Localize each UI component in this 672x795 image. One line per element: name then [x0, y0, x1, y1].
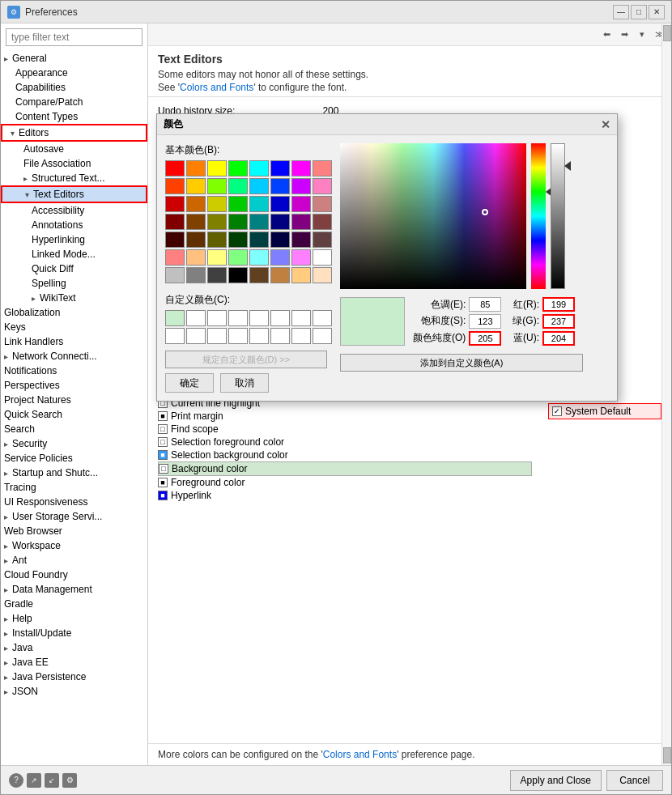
basic-color-swatch[interactable]	[186, 160, 206, 176]
export-icon[interactable]: ↗	[27, 773, 41, 788]
sidebar-item-spelling[interactable]: Spelling	[1, 276, 147, 291]
basic-color-swatch[interactable]	[228, 214, 248, 230]
forward-button[interactable]: ➡	[616, 27, 632, 43]
color-list-item-sel-fg[interactable]: □ Selection foreground color	[158, 436, 532, 449]
basic-color-swatch[interactable]	[186, 232, 206, 248]
sidebar-item-security[interactable]: ▸ Security	[1, 436, 147, 451]
settings-icon[interactable]: ⚙	[62, 773, 77, 788]
scrollbar-thumb-top[interactable]	[663, 25, 671, 41]
cancel-color-button[interactable]: 取消	[220, 373, 269, 393]
basic-color-swatch[interactable]	[270, 267, 290, 283]
sidebar-item-compare-patch[interactable]: Compare/Patch	[1, 95, 147, 109]
lum-input[interactable]	[469, 331, 501, 346]
basic-color-swatch[interactable]	[249, 196, 269, 212]
basic-color-swatch[interactable]	[270, 178, 290, 194]
basic-color-swatch[interactable]	[207, 214, 227, 230]
custom-swatch[interactable]	[270, 310, 290, 326]
sidebar-item-json[interactable]: ▸ JSON	[1, 684, 147, 699]
custom-swatch[interactable]	[291, 310, 311, 326]
basic-color-swatch[interactable]	[313, 178, 332, 194]
basic-color-swatch[interactable]	[313, 232, 332, 248]
basic-color-swatch[interactable]	[186, 267, 206, 283]
system-default-checkbox[interactable]: ✓	[552, 406, 562, 416]
basic-color-swatch[interactable]	[291, 249, 311, 266]
sidebar-item-java[interactable]: ▸ Java	[1, 640, 147, 655]
basic-color-swatch[interactable]	[291, 232, 311, 248]
help-icon[interactable]: ?	[9, 773, 23, 788]
sat-input[interactable]	[469, 314, 501, 329]
basic-color-swatch[interactable]	[228, 160, 248, 176]
color-list-item-bg-color[interactable]: □ Background color	[158, 461, 532, 476]
custom-swatch[interactable]	[291, 328, 311, 344]
basic-color-swatch[interactable]	[313, 249, 332, 266]
custom-swatch[interactable]	[228, 310, 248, 326]
color-list-item-sel-bg[interactable]: ■ Selection background color	[158, 449, 532, 461]
confirm-button[interactable]: 确定	[165, 373, 214, 393]
sidebar-item-editors[interactable]: ▾ Editors	[1, 124, 147, 142]
basic-color-swatch[interactable]	[249, 232, 269, 248]
filter-input[interactable]	[6, 28, 142, 46]
basic-color-swatch[interactable]	[313, 160, 332, 176]
print-margin-checkbox[interactable]: ■	[158, 411, 168, 421]
basic-color-swatch[interactable]	[165, 249, 185, 266]
sidebar-item-content-types[interactable]: Content Types	[1, 109, 147, 124]
brightness-bar[interactable]	[551, 143, 565, 289]
hue-input[interactable]	[469, 297, 501, 312]
menu-button[interactable]: ▾	[634, 27, 650, 43]
g-input[interactable]	[542, 314, 575, 329]
basic-color-swatch[interactable]	[207, 232, 227, 248]
sidebar-item-gradle[interactable]: Gradle	[1, 597, 147, 611]
basic-color-swatch[interactable]	[165, 214, 185, 230]
minimize-button[interactable]: —	[613, 5, 629, 19]
sidebar-item-help[interactable]: ▸ Help	[1, 611, 147, 626]
basic-color-swatch[interactable]	[291, 267, 311, 283]
basic-color-swatch[interactable]	[291, 160, 311, 176]
sidebar-item-perspectives[interactable]: Perspectives	[1, 378, 147, 393]
sidebar-item-ant[interactable]: ▸ Ant	[1, 553, 147, 568]
basic-color-swatch[interactable]	[249, 160, 269, 176]
sel-fg-checkbox[interactable]: □	[158, 437, 168, 447]
scrollbar-thumb-bottom[interactable]	[663, 747, 671, 763]
sidebar-item-general[interactable]: ▸ General	[1, 51, 147, 66]
custom-swatch[interactable]	[249, 310, 269, 326]
apply-close-button[interactable]: Apply and Close	[510, 770, 602, 791]
custom-swatch[interactable]	[186, 310, 206, 326]
sidebar-item-ui-responsiveness[interactable]: UI Responsiveness	[1, 495, 147, 509]
custom-swatch[interactable]	[270, 328, 290, 344]
basic-color-swatch[interactable]	[291, 214, 311, 230]
colors-fonts-link[interactable]: Colors and Fonts	[180, 82, 253, 93]
basic-color-swatch[interactable]	[207, 178, 227, 194]
sidebar-item-data-management[interactable]: ▸ Data Management	[1, 582, 147, 597]
basic-color-swatch[interactable]	[270, 196, 290, 212]
basic-color-swatch[interactable]	[313, 267, 332, 283]
sidebar-item-install-update[interactable]: ▸ Install/Update	[1, 626, 147, 640]
basic-color-swatch[interactable]	[207, 196, 227, 212]
basic-color-swatch[interactable]	[270, 214, 290, 230]
basic-color-swatch[interactable]	[207, 267, 227, 283]
basic-color-swatch[interactable]	[228, 178, 248, 194]
right-scrollbar[interactable]	[661, 23, 671, 765]
r-input[interactable]	[542, 297, 575, 312]
sidebar-item-startup[interactable]: ▸ Startup and Shutc...	[1, 466, 147, 480]
custom-swatch[interactable]	[207, 328, 227, 344]
sidebar-item-text-editors[interactable]: ▾ Text Editors	[1, 185, 147, 203]
sidebar-item-search[interactable]: Search	[1, 422, 147, 436]
basic-color-swatch[interactable]	[270, 249, 290, 266]
sidebar-item-quick-diff[interactable]: Quick Diff	[1, 261, 147, 276]
sidebar-item-annotations[interactable]: Annotations	[1, 218, 147, 232]
basic-color-swatch[interactable]	[228, 267, 248, 283]
sidebar-item-user-storage[interactable]: ▸ User Storage Servi...	[1, 509, 147, 524]
sidebar-item-network[interactable]: ▸ Network Connecti...	[1, 349, 147, 363]
sidebar-item-structured-text[interactable]: ▸ Structured Text...	[1, 171, 147, 185]
custom-swatch[interactable]	[165, 328, 185, 344]
basic-color-swatch[interactable]	[291, 196, 311, 212]
custom-swatch[interactable]	[228, 328, 248, 344]
sidebar-item-tracing[interactable]: Tracing	[1, 480, 147, 495]
import-icon[interactable]: ↙	[45, 773, 59, 788]
basic-color-swatch[interactable]	[207, 160, 227, 176]
sel-bg-checkbox[interactable]: ■	[158, 450, 168, 460]
cancel-button[interactable]: Cancel	[606, 770, 663, 791]
sidebar-item-linked-mode[interactable]: Linked Mode...	[1, 247, 147, 261]
basic-color-swatch[interactable]	[228, 232, 248, 248]
basic-color-swatch[interactable]	[186, 214, 206, 230]
